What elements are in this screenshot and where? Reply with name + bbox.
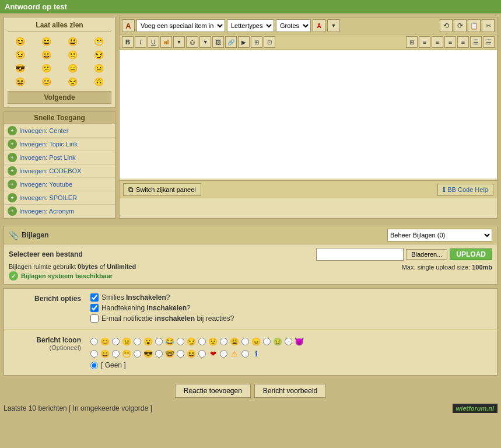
smiley-14[interactable]: 😊: [40, 76, 52, 88]
icoon-radio-3[interactable]: [134, 338, 141, 345]
font-color-btn[interactable]: A: [313, 19, 325, 32]
image-btn[interactable]: 🖼: [212, 36, 224, 48]
redo-btn[interactable]: ⟳: [454, 19, 467, 32]
snelle-item-label-topic-link: Invoegen: Topic Link: [19, 141, 78, 148]
icoon-radio-9[interactable]: [263, 338, 271, 345]
list-ordered-btn[interactable]: ☰: [483, 36, 495, 48]
email-checkbox[interactable]: [90, 314, 99, 323]
media-btn[interactable]: ▶: [238, 36, 250, 48]
icoon-radio-4[interactable]: [155, 338, 163, 345]
snelle-item-acronym[interactable]: + Invoegen: Acronym: [4, 205, 115, 218]
browse-button[interactable]: Bladeren...: [406, 249, 447, 260]
align-center-btn[interactable]: ≡: [432, 36, 443, 48]
hyperlink-btn[interactable]: 🔗: [225, 36, 237, 48]
align-justify-btn[interactable]: ≡: [457, 36, 469, 48]
editor-textarea[interactable]: [120, 50, 497, 178]
smiley-12[interactable]: 😐: [93, 62, 105, 74]
icoon-radio-6[interactable]: [198, 338, 206, 345]
smiley-3[interactable]: 😃: [67, 36, 79, 47]
special-item-select[interactable]: Voeg een speciaal item in: [136, 19, 225, 32]
smilies-box: Laat alles zien 😊 😄 😃 😁 😉 😀 🙂 😏 😎 😕 😑 😐 …: [3, 17, 115, 108]
bijlagen-title-text: Bijlagen: [22, 231, 49, 239]
font-color-arrow-btn[interactable]: ▼: [327, 19, 340, 32]
align-left-btn[interactable]: ≡: [419, 36, 430, 48]
snelle-icon-post-link: +: [8, 153, 17, 162]
smiley-1[interactable]: 😊: [14, 36, 26, 47]
email-option-label: E-mail notificatie inschakelen bij react…: [101, 314, 234, 323]
icoon-radio-14[interactable]: [155, 350, 163, 358]
smiley-8[interactable]: 😏: [93, 49, 105, 61]
icoon-radio-15[interactable]: [177, 350, 184, 358]
align-right-btn[interactable]: ≡: [444, 36, 456, 48]
icoon-radio-1[interactable]: [90, 338, 98, 345]
icoon-radio-geen[interactable]: [90, 362, 98, 369]
align-table-btn[interactable]: ⊞: [406, 36, 418, 48]
switch-panel-button[interactable]: ⧉ Switch zijkant paneel: [123, 183, 201, 196]
smiley-11[interactable]: 😑: [67, 62, 79, 74]
italic-btn[interactable]: I: [135, 36, 146, 48]
icoon-radio-10[interactable]: [285, 338, 292, 345]
emoticon-arrow-btn[interactable]: ▼: [199, 36, 211, 48]
smiley-5[interactable]: 😉: [14, 49, 26, 61]
snelle-item-codebox[interactable]: + Invoegen: CODEBOX: [4, 164, 115, 178]
smiley-6[interactable]: 😀: [40, 49, 52, 61]
snelle-item-youtube[interactable]: + Invoegen: Youtube: [4, 178, 115, 191]
bbcode-help-button[interactable]: ℹ BB Code Help: [437, 184, 493, 196]
snelle-item-center[interactable]: + Invoegen: Center: [4, 124, 115, 138]
smiley-4[interactable]: 😁: [93, 36, 105, 47]
icoon-radio-8[interactable]: [241, 338, 249, 345]
undo-btn[interactable]: ⟲: [440, 19, 453, 32]
underline-btn[interactable]: U: [148, 36, 159, 48]
icoon-radio-18[interactable]: [241, 350, 249, 358]
snelle-item-label-post-link: Invoegen: Post Link: [19, 154, 76, 161]
icoon-radio-5[interactable]: [177, 338, 184, 345]
smiley-9[interactable]: 😎: [14, 62, 26, 74]
icoon-radio-11[interactable]: [90, 350, 98, 358]
footer-bar: Laatste 10 berichten [ In omgekeerde vol…: [0, 402, 501, 414]
cut-btn[interactable]: ✂: [482, 19, 495, 32]
reactie-toevoegen-button[interactable]: Reactie toevoegen: [175, 384, 251, 398]
list-unordered-btn[interactable]: ☰: [470, 36, 482, 48]
icoon-radio-7[interactable]: [220, 338, 227, 345]
snelle-icon-acronym: +: [8, 206, 17, 216]
lettertypes-select[interactable]: Lettertypes: [227, 19, 274, 32]
bijlagen-manage-select[interactable]: Beheer Bijlagen (0): [387, 229, 492, 242]
icoon-radio-16[interactable]: [198, 350, 206, 358]
table-btn[interactable]: ⊞: [251, 36, 262, 48]
smiley-7[interactable]: 🙂: [67, 49, 79, 61]
editor-icon-btn-magic[interactable]: A: [122, 19, 135, 32]
bericht-voorbeeld-button[interactable]: Bericht voorbeeld: [254, 384, 326, 398]
icoon-radio-13[interactable]: [134, 350, 141, 358]
smiley-2[interactable]: 😄: [40, 36, 52, 47]
color-arrow-btn[interactable]: ▼: [173, 36, 185, 48]
volgende-button[interactable]: Volgende: [8, 91, 111, 104]
snelle-item-post-link[interactable]: + Invoegen: Post Link: [4, 151, 115, 164]
snelle-item-label-center: Invoegen: Center: [19, 127, 68, 134]
icoon-radio-12[interactable]: [112, 350, 120, 358]
smiley-10[interactable]: 😕: [40, 62, 52, 74]
smiley-16[interactable]: 🙃: [93, 76, 105, 88]
opties-label-col: Bericht opties: [4, 289, 86, 330]
bijlagen-status: ✓ Bijlagen systeem beschikbaar: [9, 271, 492, 281]
option-email-row: E-mail notificatie inschakelen bij react…: [90, 314, 492, 323]
special-btn[interactable]: ⊡: [264, 36, 275, 48]
geen-label: [ Geen ]: [101, 361, 126, 369]
handtekening-checkbox[interactable]: [90, 304, 99, 312]
smilies-checkbox[interactable]: [90, 293, 99, 302]
icoon-radio-17[interactable]: [220, 350, 227, 358]
smilies-box-title: Laat alles zien: [8, 21, 111, 32]
smiley-15[interactable]: 😒: [67, 76, 79, 88]
grotes-select[interactable]: Grotes: [276, 19, 311, 32]
icoon-radio-2[interactable]: [112, 338, 120, 345]
snelle-item-topic-link[interactable]: + Invoegen: Topic Link: [4, 138, 115, 151]
icoon-row-1: 😊 😐 😮 😂 😏 😟 😩 😠 🤢 😈: [90, 336, 492, 346]
copy-btn[interactable]: 📋: [468, 19, 481, 32]
color-text-btn[interactable]: al: [160, 36, 172, 48]
option-smilies-row: Smilies Inschakelen?: [90, 293, 492, 302]
snelle-item-spoiler[interactable]: + Invoegen: SPOILER: [4, 191, 115, 205]
smiley-13[interactable]: 😆: [14, 76, 26, 88]
emoticon-btn[interactable]: ☺: [186, 36, 198, 48]
upload-button[interactable]: UPLOAD: [450, 249, 492, 260]
bold-btn[interactable]: B: [122, 36, 134, 48]
bijlagen-header: 📎 Bijlagen Beheer Bijlagen (0): [4, 226, 497, 244]
